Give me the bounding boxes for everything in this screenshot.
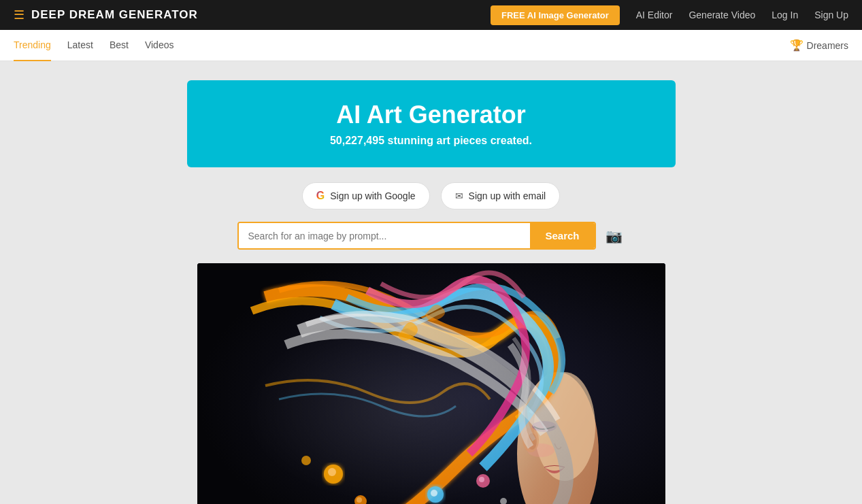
dreamers-link[interactable]: 🏆 Dreamers xyxy=(790,39,848,52)
signup-link[interactable]: Sign Up xyxy=(814,10,848,20)
top-navigation: ☰ DEEP DREAM GENERATOR FREE AI Image Gen… xyxy=(0,0,862,30)
tab-trending[interactable]: Trending xyxy=(14,30,51,61)
hero-suffix: stunning art pieces created. xyxy=(388,135,533,146)
search-button[interactable]: Search xyxy=(530,223,594,248)
search-bar-container: Search 📷 xyxy=(237,222,625,250)
site-title: DEEP DREAM GENERATOR xyxy=(31,8,198,22)
ai-editor-link[interactable]: AI Editor xyxy=(636,10,673,20)
search-input[interactable] xyxy=(239,223,531,248)
nav-right: FREE AI Image Generator AI Editor Genera… xyxy=(491,5,848,25)
tab-best[interactable]: Best xyxy=(110,30,129,61)
google-icon: G xyxy=(316,190,325,202)
featured-image-section xyxy=(197,263,665,504)
artwork-svg xyxy=(197,263,665,504)
main-content: AI Art Generator 50,227,495 stunning art… xyxy=(0,61,862,504)
generate-video-link[interactable]: Generate Video xyxy=(689,10,755,20)
tabs-container: Trending Latest Best Videos xyxy=(14,30,173,61)
menu-icon[interactable]: ☰ xyxy=(14,7,24,22)
hero-count: 50,227,495 xyxy=(330,135,384,146)
tab-videos[interactable]: Videos xyxy=(145,30,174,61)
google-signup-button[interactable]: G Sign up with Google xyxy=(302,182,430,209)
google-signup-label: Sign up with Google xyxy=(330,190,415,201)
hero-subtitle: 50,227,495 stunning art pieces created. xyxy=(214,135,648,147)
nav-left: ☰ DEEP DREAM GENERATOR xyxy=(14,7,198,22)
hero-title: AI Art Generator xyxy=(214,101,648,129)
login-link[interactable]: Log In xyxy=(772,10,798,20)
free-ai-button[interactable]: FREE AI Image Generator xyxy=(491,5,620,25)
camera-search-button[interactable]: 📷 xyxy=(603,225,625,247)
svg-rect-22 xyxy=(197,263,665,504)
trophy-icon: 🏆 xyxy=(790,39,803,52)
featured-artwork xyxy=(197,263,665,504)
email-signup-button[interactable]: ✉ Sign up with email xyxy=(441,182,561,209)
envelope-icon: ✉ xyxy=(455,190,463,201)
signup-buttons-container: G Sign up with Google ✉ Sign up with ema… xyxy=(302,182,560,209)
tab-latest[interactable]: Latest xyxy=(67,30,93,61)
hero-banner: AI Art Generator 50,227,495 stunning art… xyxy=(187,80,676,167)
secondary-navigation: Trending Latest Best Videos 🏆 Dreamers xyxy=(0,30,862,61)
dreamers-label: Dreamers xyxy=(807,40,848,51)
camera-icon: 📷 xyxy=(606,229,623,243)
email-signup-label: Sign up with email xyxy=(469,190,546,201)
search-input-wrapper: Search xyxy=(237,222,596,250)
